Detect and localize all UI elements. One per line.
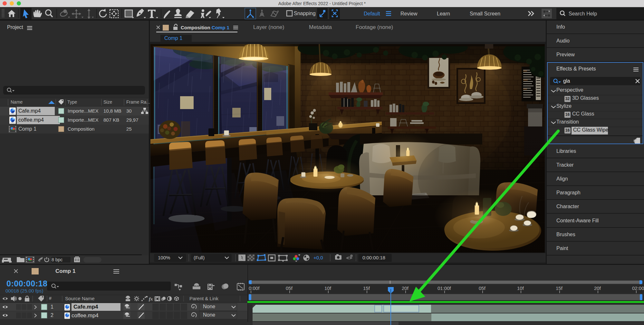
- svg-text:fx: fx: [149, 296, 153, 302]
